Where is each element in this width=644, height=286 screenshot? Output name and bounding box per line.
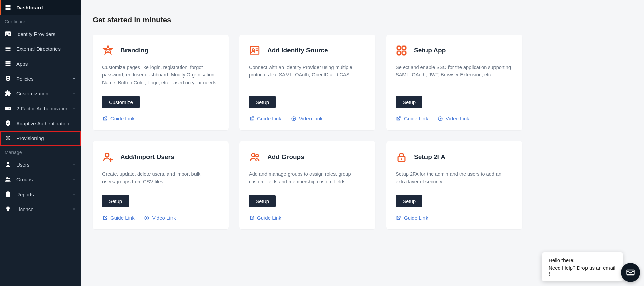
clipboard-icon bbox=[5, 191, 12, 198]
external-link-icon bbox=[396, 116, 401, 122]
puzzle-icon bbox=[5, 90, 12, 97]
setup-button[interactable]: Setup bbox=[102, 195, 129, 207]
shield-check-icon bbox=[5, 120, 12, 127]
svg-rect-3 bbox=[8, 8, 11, 10]
svg-point-19 bbox=[7, 162, 9, 164]
sidebar-item-label: Provisioning bbox=[16, 135, 44, 141]
sidebar-item-label: Reports bbox=[16, 192, 34, 197]
users-icon bbox=[249, 151, 260, 163]
card-add-groups: Add Groups Add and manage groups to assi… bbox=[239, 141, 375, 229]
sidebar-item-label: License bbox=[16, 206, 34, 212]
svg-point-35 bbox=[105, 153, 109, 157]
svg-rect-10 bbox=[6, 63, 7, 64]
sidebar-item-label: Policies bbox=[16, 76, 34, 82]
svg-point-39 bbox=[252, 154, 255, 157]
card-setup-app: Setup App Select and enable SSO for the … bbox=[386, 35, 522, 130]
card-desc: Select and enable SSO for the applicatio… bbox=[396, 64, 513, 86]
svg-rect-32 bbox=[397, 51, 401, 55]
card-branding: Branding Customize pages like login, reg… bbox=[93, 35, 229, 130]
card-title: Setup App bbox=[414, 47, 446, 54]
sidebar-item-label: External Directories bbox=[16, 46, 61, 52]
sidebar-item-label: Users bbox=[16, 162, 29, 168]
svg-point-21 bbox=[8, 178, 10, 179]
external-link-icon bbox=[249, 116, 254, 122]
sidebar-item-label: Identity Providers bbox=[16, 31, 55, 37]
user-icon bbox=[5, 161, 12, 168]
sidebar-item-label: 2-Factor Authentication bbox=[16, 106, 68, 111]
main-content: Get started in minutes Branding Customiz… bbox=[81, 0, 644, 286]
sidebar-item-adaptive-auth[interactable]: Adaptive Authentication bbox=[0, 116, 81, 131]
guide-link[interactable]: Guide Link bbox=[396, 215, 428, 221]
svg-rect-9 bbox=[9, 61, 10, 63]
sidebar-item-label: Adaptive Authentication bbox=[16, 120, 69, 126]
badge-icon bbox=[5, 206, 12, 213]
sidebar-item-identity-providers[interactable]: Identity Providers bbox=[0, 26, 81, 41]
apps-icon bbox=[396, 45, 407, 56]
svg-point-24 bbox=[109, 49, 109, 50]
id-card-icon bbox=[5, 30, 12, 37]
video-link[interactable]: Video Link bbox=[144, 215, 176, 221]
guide-link[interactable]: Guide Link bbox=[102, 215, 135, 221]
chevron-down-icon bbox=[72, 192, 76, 197]
card-import-users: Add/Import Users Create, update, delete … bbox=[93, 141, 229, 229]
sidebar-item-dashboard[interactable]: Dashboard bbox=[0, 0, 81, 15]
sidebar: Dashboard Configure Identity Providers E… bbox=[0, 0, 81, 286]
card-identity-source: Add Identity Source Connect with an Iden… bbox=[239, 35, 375, 130]
shield-gear-icon bbox=[5, 75, 12, 82]
svg-rect-2 bbox=[6, 8, 8, 10]
svg-point-26 bbox=[252, 49, 254, 51]
sidebar-item-reports[interactable]: Reports bbox=[0, 187, 81, 202]
sidebar-item-provisioning[interactable]: Provisioning bbox=[0, 131, 81, 146]
svg-rect-12 bbox=[9, 63, 10, 64]
user-plus-icon bbox=[102, 151, 114, 163]
group-icon bbox=[5, 176, 12, 183]
svg-point-18 bbox=[7, 137, 9, 139]
svg-rect-4 bbox=[6, 47, 11, 48]
chat-button[interactable] bbox=[621, 263, 640, 282]
external-link-icon bbox=[102, 215, 108, 221]
guide-link[interactable]: Guide Link bbox=[249, 215, 281, 221]
svg-rect-15 bbox=[9, 65, 10, 66]
card-desc: Create, update, delete users, and import… bbox=[102, 170, 219, 185]
svg-rect-0 bbox=[6, 5, 8, 7]
video-link[interactable]: Video Link bbox=[291, 116, 323, 122]
play-circle-icon bbox=[291, 116, 296, 122]
id-badge-icon bbox=[249, 45, 260, 56]
card-title: Branding bbox=[120, 47, 148, 54]
svg-rect-6 bbox=[6, 50, 11, 51]
sidebar-item-external-directories[interactable]: External Directories bbox=[0, 41, 81, 56]
setup-button[interactable]: Setup bbox=[396, 195, 422, 207]
sidebar-item-2fa[interactable]: 123 2-Factor Authentication bbox=[0, 101, 81, 116]
chat-help-text: Need Help? Drop us an email ! bbox=[549, 265, 616, 277]
external-link-icon bbox=[102, 116, 108, 122]
sidebar-item-license[interactable]: License bbox=[0, 202, 81, 217]
sidebar-item-groups[interactable]: Groups bbox=[0, 172, 81, 187]
card-title: Add Identity Source bbox=[267, 47, 328, 54]
sidebar-item-apps[interactable]: Apps bbox=[0, 56, 81, 71]
setup-button[interactable]: Setup bbox=[396, 96, 422, 108]
setup-button[interactable]: Setup bbox=[249, 195, 276, 207]
sidebar-item-label: Customization bbox=[16, 91, 48, 96]
guide-link[interactable]: Guide Link bbox=[249, 116, 281, 122]
guide-link[interactable]: Guide Link bbox=[102, 116, 135, 122]
svg-rect-8 bbox=[7, 61, 9, 63]
card-desc: Setup 2FA for the admin and the users to… bbox=[396, 170, 513, 185]
svg-point-20 bbox=[6, 177, 8, 179]
guide-link[interactable]: Guide Link bbox=[396, 116, 428, 122]
video-link[interactable]: Video Link bbox=[438, 116, 469, 122]
setup-button[interactable]: Setup bbox=[249, 96, 276, 108]
sidebar-item-customization[interactable]: Customization bbox=[0, 86, 81, 101]
chat-greeting: Hello there! bbox=[549, 257, 616, 263]
svg-point-22 bbox=[6, 207, 10, 210]
svg-rect-11 bbox=[7, 63, 9, 64]
star-smile-icon bbox=[102, 45, 114, 56]
customize-button[interactable]: Customize bbox=[102, 96, 140, 108]
card-desc: Customize pages like login, registration… bbox=[102, 64, 219, 86]
sidebar-item-label: Apps bbox=[16, 61, 28, 67]
sidebar-section-manage: Manage bbox=[0, 146, 81, 157]
svg-rect-13 bbox=[6, 65, 7, 66]
sidebar-item-label: Groups bbox=[16, 177, 33, 182]
sidebar-item-users[interactable]: Users bbox=[0, 157, 81, 172]
play-circle-icon bbox=[144, 215, 150, 221]
sidebar-item-policies[interactable]: Policies bbox=[0, 71, 81, 86]
